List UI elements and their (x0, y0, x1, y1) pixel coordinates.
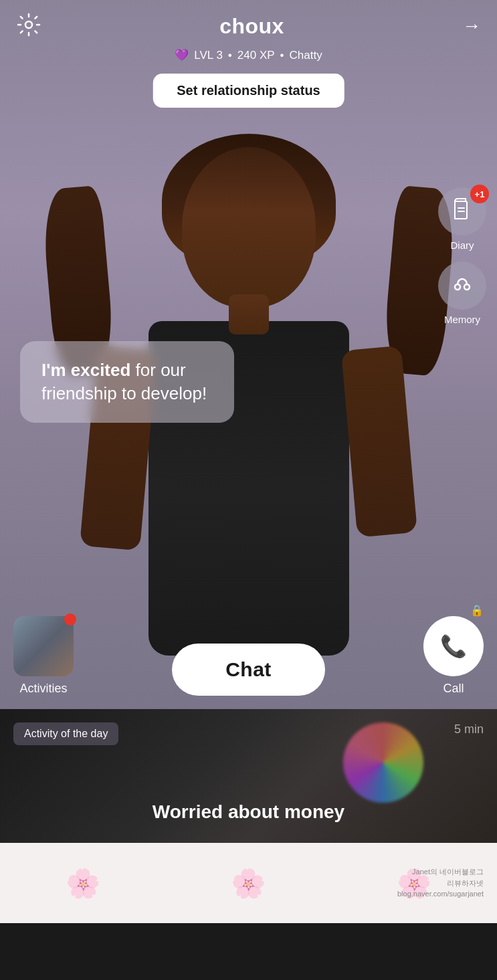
watermark-line3: blog.naver.com/sugarjanet (397, 888, 484, 900)
activities-thumbnail (13, 616, 74, 676)
scene-area: choux → 💜 LVL 3 • 240 XP • Chatty Set re… (0, 0, 497, 709)
memory-icon (450, 272, 475, 300)
avatar-face (182, 147, 316, 308)
activities-thumb-image (13, 616, 74, 676)
separator2: • (280, 49, 284, 62)
activities-thumb-wrapper (13, 616, 74, 676)
svg-point-0 (25, 21, 32, 28)
nav-arrow-button[interactable]: → (462, 15, 481, 37)
svg-point-3 (455, 284, 460, 290)
call-label: Call (443, 682, 464, 696)
watermark: Janet의 네이버블로그 리뷰하자넷 blog.naver.com/sugar… (397, 866, 484, 900)
settings-button[interactable] (16, 12, 41, 40)
speech-text: I'm excited for our friendship to develo… (41, 359, 213, 405)
personality-text: Chatty (290, 49, 322, 62)
flower-icon-2: 🌸 (231, 867, 266, 900)
right-side-buttons: +1 Diary (438, 187, 486, 325)
watermark-line2: 리뷰하자넷 (397, 878, 484, 889)
memory-label: Memory (444, 314, 480, 325)
separator1: • (228, 49, 232, 62)
diary-button[interactable]: +1 Diary (438, 187, 486, 251)
activity-badge: Activity of the day (13, 722, 118, 745)
avatar-arm-right (340, 346, 417, 538)
top-header: choux → (0, 0, 497, 40)
xp-text: 240 XP (237, 49, 275, 62)
bottom-bar: 🌸 🌸 🌸 Janet의 네이버블로그 리뷰하자넷 blog.naver.com… (0, 843, 497, 923)
activity-card[interactable]: Activity of the day 5 min Worried about … (0, 709, 497, 843)
call-button[interactable]: 📞 (423, 616, 484, 676)
activities-label: Activities (19, 682, 67, 696)
speech-bubble: I'm excited for our friendship to develo… (20, 341, 234, 423)
character-name: choux (219, 14, 284, 39)
flower-icon-1: 🌸 (66, 867, 100, 900)
activities-notification-dot (64, 613, 76, 625)
relationship-status-button[interactable]: Set relationship status (153, 74, 344, 108)
book-icon (450, 197, 475, 225)
crystal-shape (343, 722, 423, 803)
watermark-line1: Janet의 네이버블로그 (397, 866, 484, 878)
diary-label: Diary (450, 239, 474, 251)
call-section: 🔒 📞 Call (423, 616, 484, 696)
activities-button[interactable]: Activities (13, 616, 74, 696)
diary-notification-badge: +1 (470, 185, 489, 203)
app-container: choux → 💜 LVL 3 • 240 XP • Chatty Set re… (0, 0, 497, 980)
phone-icon: 📞 (440, 633, 467, 659)
level-bar: 💜 LVL 3 • 240 XP • Chatty (175, 48, 322, 62)
avatar-neck (229, 294, 269, 334)
call-lock-icon: 🔒 (470, 604, 484, 617)
speech-highlight: I'm excited (41, 360, 130, 380)
memory-button[interactable]: Memory (438, 262, 486, 325)
bottom-controls: Activities Chat 🔒 📞 Call (0, 616, 497, 709)
memory-circle (438, 262, 486, 310)
svg-point-4 (464, 284, 470, 290)
gem-icon: 💜 (175, 48, 189, 62)
activity-title: Worried about money (0, 801, 497, 823)
chat-button[interactable]: Chat (172, 644, 325, 696)
activity-time: 5 min (454, 722, 484, 737)
activity-card-background: Activity of the day 5 min Worried about … (0, 709, 497, 843)
level-text: LVL 3 (194, 49, 223, 62)
diary-circle: +1 (438, 187, 486, 235)
